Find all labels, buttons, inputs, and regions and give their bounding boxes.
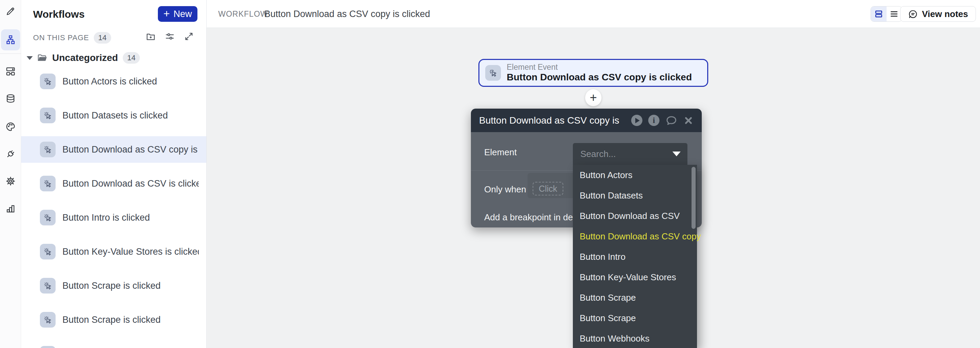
list-item-label: Button Download as CSV copy is ... [62,144,199,155]
on-this-page-row: ON THIS PAGE 14 [33,32,111,44]
plus-icon: + [590,90,597,105]
workflow-list: Button Actors is clicked Button Datasets… [21,64,206,348]
element-dropdown: Button Actors Button Datasets Button Dow… [573,143,697,348]
node-type-label: Element Event [507,63,692,71]
components-icon[interactable] [5,66,16,76]
view-notes-label: View notes [922,9,968,19]
dropdown-option[interactable]: Button Webhooks [573,328,697,348]
list-item-label: Button Scrape is clicked [62,315,161,325]
database-icon[interactable] [5,93,16,104]
list-view-icon[interactable] [886,6,902,21]
cursor-click-icon [40,312,56,327]
panel-title: Workflows [33,8,84,20]
new-button-label: New [173,9,192,19]
workflow-label: WORKFLOW: [218,9,270,19]
dropdown-option[interactable]: Button Datasets [573,185,697,206]
list-item[interactable]: Button Intro is clicked [21,201,206,235]
dropdown-option[interactable]: Button Scrape [573,287,697,308]
open-folder-icon [37,52,48,63]
dropdown-option-highlighted[interactable]: Button Download as CSV copy [573,226,697,247]
node-title: Button Download as CSV copy is clicked [507,71,692,83]
list-item-label: Button Actors is clicked [62,76,157,87]
list-item[interactable]: Button Key-Value Stores is clicked [21,235,206,269]
folder-count-badge: 14 [123,52,140,64]
plus-icon: + [163,8,170,19]
list-item[interactable]: Button Download as CSV is clicked [21,166,206,201]
list-item-label: Button Datasets is clicked [62,110,168,121]
play-icon[interactable] [631,115,643,126]
new-workflow-button[interactable]: + New [158,6,197,22]
section-label: ON THIS PAGE [33,33,89,42]
cursor-click-icon [40,346,56,348]
folder-name: Uncategorized [52,52,118,63]
list-item[interactable]: Button Datasets is clicked [21,98,206,133]
chevron-down-icon[interactable] [673,152,681,156]
list-item-partial[interactable] [21,337,206,348]
cursor-click-icon [40,176,56,191]
list-item-label: Button Scrape is clicked [62,281,161,291]
modal-header: Button Download as CSV copy is i [471,109,702,132]
plug-icon[interactable] [5,149,16,159]
list-item[interactable]: Button Scrape is clicked [21,303,206,337]
workflows-panel: Workflows + New ON THIS PAGE 14 Uncatego… [21,0,207,348]
scrollbar-thumb[interactable] [692,167,695,229]
list-item-selected[interactable]: Button Download as CSV copy is ... [21,133,206,166]
element-search-field[interactable] [573,143,687,165]
add-step-button[interactable]: + [585,89,601,106]
card-view-icon[interactable] [871,6,886,21]
list-item-label: Button Download as CSV is clicked [62,179,199,189]
cursor-click-icon [40,142,56,157]
cursor-click-icon [485,65,501,81]
info-icon[interactable]: i [648,115,659,126]
search-input[interactable] [580,149,669,160]
cursor-click-icon [40,74,56,89]
list-item[interactable]: Button Actors is clicked [21,64,206,98]
dropdown-option[interactable]: Button Actors [573,165,697,185]
palette-icon[interactable] [5,122,16,132]
section-count-badge: 14 [94,32,111,44]
modal-header-icons: i [631,114,694,127]
dropdown-option[interactable]: Button Intro [573,247,697,267]
rail-divider [0,54,21,54]
folder-uncategorized[interactable]: Uncategorized 14 [21,51,206,65]
element-options-list: Button Actors Button Datasets Button Dow… [573,165,697,348]
dropdown-option[interactable]: Button Key-Value Stores [573,267,697,287]
cursor-click-icon [40,210,56,225]
workflows-icon[interactable] [1,29,20,51]
dropdown-option[interactable]: Button Scrape [573,308,697,328]
list-item[interactable]: Button Scrape is clicked [21,269,206,303]
expand-icon[interactable] [184,31,194,41]
analytics-chart-icon[interactable] [5,203,16,214]
close-icon[interactable] [683,115,694,126]
caret-down-icon[interactable] [27,56,33,60]
canvas-header: WORKFLOW: Button Download as CSV copy is… [207,0,980,28]
notes-bubble-icon [908,9,918,19]
modal-title: Button Download as CSV copy is [479,115,631,126]
view-toggle [870,6,902,22]
workflow-canvas: WORKFLOW: Button Download as CSV copy is… [207,0,980,348]
workflow-title: Button Download as CSV copy is clicked [264,9,430,19]
only-when-label: Only when [484,184,526,195]
list-item-label: Button Key-Value Stores is clicked [62,247,199,257]
element-field-label: Element [484,147,517,158]
cursor-click-icon [40,278,56,294]
settings-gear-icon[interactable] [5,176,16,186]
view-notes-button[interactable]: View notes [900,6,976,22]
workflow-node[interactable]: Element Event Button Download as CSV cop… [479,59,708,87]
comment-icon[interactable] [665,114,678,127]
dropdown-option[interactable]: Button Download as CSV [573,206,697,226]
click-event-chip[interactable]: Click [533,182,563,195]
new-folder-icon[interactable] [146,31,156,41]
pencil-icon[interactable] [5,6,16,16]
node-text: Element Event Button Download as CSV cop… [507,63,692,83]
icon-rail [0,0,21,348]
breakpoint-option[interactable]: Add a breakpoint in deb [484,212,578,223]
cursor-click-icon [40,108,56,123]
cursor-click-icon [40,244,56,259]
list-item-label: Button Intro is clicked [62,212,150,223]
filter-sliders-icon[interactable] [165,31,175,41]
